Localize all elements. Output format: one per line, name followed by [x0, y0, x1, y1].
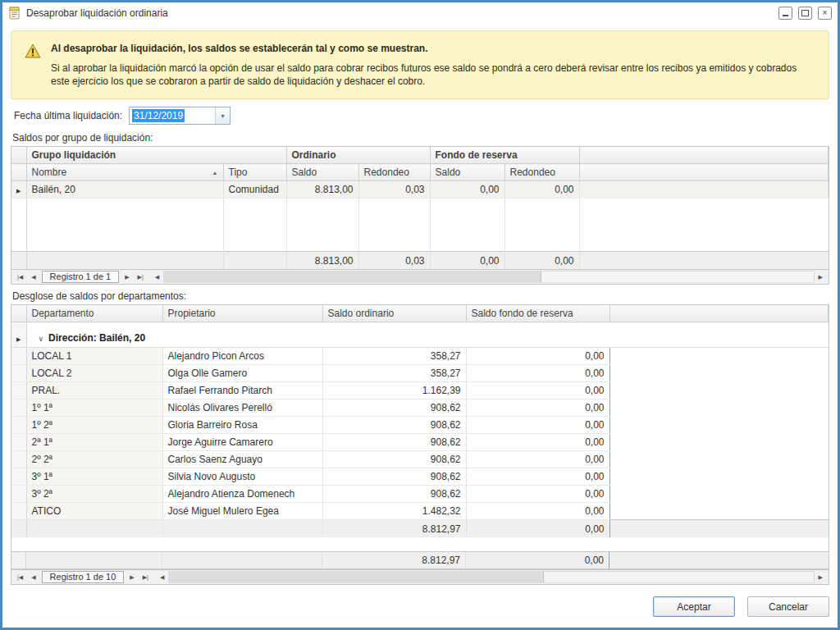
date-value[interactable]: 31/12/2019: [130, 107, 215, 124]
window-title: Desaprobar liquidación ordinaria: [26, 7, 778, 19]
table-row[interactable]: LOCAL 2 Olga Olle Gamero 358,27 0,00: [11, 365, 829, 382]
record-counter: Registro 1 de 1: [42, 271, 120, 283]
grand-total-row: 8.812,97 0,00: [11, 551, 829, 569]
warning-body: Si al aprobar la liquidación marcó la op…: [51, 62, 815, 88]
header-filler: [579, 164, 828, 181]
groups-rows: ▶ Bailén, 20 Comunidad 8.813,00 0,03 0,0…: [11, 181, 829, 199]
detail-section-label: Desglose de saldos por departamentos:: [12, 290, 828, 302]
detail-grid-pager: |◀ ◀ Registro 1 de 10 ▶ ▶| ◀ ▶: [11, 569, 829, 584]
app-icon: [8, 7, 21, 20]
band-ordinario: Ordinario: [286, 147, 430, 164]
total-redondeo-ordinario: 0,03: [358, 252, 430, 270]
group-total-saldo-fondo: 0,00: [466, 520, 609, 538]
next-record-button[interactable]: ▶: [126, 574, 138, 581]
table-row[interactable]: 1º 1ª Nicolás Olivares Perelló 908,62 0,…: [11, 399, 829, 417]
date-dropdown-button[interactable]: ▼: [215, 107, 230, 124]
table-row[interactable]: 2º 2ª Carlos Saenz Aguayo 908,62 0,00: [11, 451, 829, 468]
collapse-chevron-icon[interactable]: ∨: [39, 335, 44, 343]
close-button[interactable]: ×: [818, 7, 832, 20]
col-saldo-ordinario[interactable]: Saldo: [286, 164, 358, 181]
col-redondeo-fondo[interactable]: Redondeo: [504, 164, 579, 181]
group-summary-row: 8.812,97 0,00: [11, 520, 829, 538]
grand-total-saldo-fondo: 0,00: [466, 552, 609, 568]
title-bar[interactable]: Desaprobar liquidación ordinaria ×: [2, 2, 838, 24]
scroll-right-button[interactable]: ▶: [815, 574, 827, 581]
last-record-button[interactable]: ▶|: [139, 574, 153, 581]
scroll-left-button[interactable]: ◀: [156, 574, 168, 581]
table-row[interactable]: 2ª 1ª Jorge Aguirre Camarero 908,62 0,00: [11, 434, 829, 451]
minimize-button[interactable]: [778, 7, 792, 20]
table-row[interactable]: ▶ Bailén, 20 Comunidad 8.813,00 0,03 0,0…: [11, 181, 829, 199]
record-counter: Registro 1 de 10: [42, 571, 125, 583]
first-record-button[interactable]: |◀: [13, 274, 27, 281]
maximize-icon: [801, 10, 809, 16]
groups-summary-row: 8.813,00 0,03 0,00 0,00: [11, 252, 829, 270]
band-filler: [579, 147, 828, 164]
dialog-window: Desaprobar liquidación ordinaria × Al de…: [0, 0, 840, 630]
group-total-saldo-ordinario: 8.812,97: [322, 520, 466, 538]
grand-total-saldo-ordinario: 8.812,97: [322, 552, 466, 568]
col-redondeo-ordinario[interactable]: Redondeo: [358, 164, 430, 181]
row-indicator-icon: ▶: [16, 336, 21, 342]
maximize-button[interactable]: [798, 7, 812, 20]
horizontal-scrollbar[interactable]: ◀ ▶: [151, 271, 827, 283]
col-nombre[interactable]: Nombre▲: [26, 164, 223, 181]
scroll-left-button[interactable]: ◀: [151, 274, 163, 281]
grid-empty-space: [11, 537, 829, 551]
warning-title: Al desaprobar la liquidación, los saldos…: [51, 43, 815, 54]
table-row[interactable]: PRAL. Rafael Ferrando Pitarch 1.162,39 0…: [11, 382, 829, 399]
next-record-button[interactable]: ▶: [121, 274, 133, 281]
col-saldo-fondo-detail[interactable]: Saldo fondo de reserva: [466, 305, 609, 322]
date-label: Fecha última liquidación:: [14, 110, 122, 121]
prev-record-button[interactable]: ◀: [27, 574, 39, 581]
row-indicator-icon: ▶: [16, 188, 21, 194]
groups-grid: Grupo liquidación Ordinario Fondo de res…: [11, 146, 829, 285]
col-saldo-ordinario-detail[interactable]: Saldo ordinario: [322, 305, 466, 322]
minimize-icon: [783, 15, 788, 16]
detail-header-filler: [609, 305, 829, 322]
group-header-label: Dirección: Bailén, 20: [48, 332, 145, 344]
detail-header-corner: [11, 305, 26, 322]
col-departamento[interactable]: Departamento: [26, 305, 162, 322]
close-icon: ×: [823, 9, 828, 17]
table-row[interactable]: ATICO José Miguel Mulero Egea 1.482,32 0…: [11, 503, 829, 520]
horizontal-scrollbar[interactable]: ◀ ▶: [156, 571, 827, 583]
header-corner: [11, 164, 26, 181]
group-header-row[interactable]: ▶ ∨Dirección: Bailén, 20: [11, 329, 829, 348]
warning-icon: [25, 43, 41, 58]
warning-banner: Al desaprobar la liquidación, los saldos…: [11, 30, 829, 99]
band-fondo-reserva: Fondo de reserva: [430, 147, 579, 164]
detail-grid: Departamento Propietario Saldo ordinario…: [11, 304, 829, 585]
table-row[interactable]: LOCAL 1 Alejandro Picon Arcos 358,27 0,0…: [11, 348, 829, 365]
last-record-button[interactable]: ▶|: [134, 274, 148, 281]
groups-section-label: Saldos por grupo de liquidación:: [12, 132, 828, 144]
total-saldo-ordinario: 8.813,00: [286, 252, 358, 270]
col-tipo[interactable]: Tipo: [223, 164, 286, 181]
detail-rows: LOCAL 1 Alejandro Picon Arcos 358,27 0,0…: [11, 348, 829, 520]
prev-record-button[interactable]: ◀: [27, 274, 39, 281]
total-saldo-fondo: 0,00: [430, 252, 504, 270]
groups-grid-pager: |◀ ◀ Registro 1 de 1 ▶ ▶| ◀ ▶: [11, 269, 829, 284]
accept-button[interactable]: Aceptar: [653, 596, 735, 617]
chevron-down-icon: ▼: [220, 113, 226, 119]
table-row[interactable]: 3º 1ª Silvia Novo Augusto 908,62 0,00: [11, 468, 829, 486]
col-saldo-fondo[interactable]: Saldo: [430, 164, 504, 181]
first-record-button[interactable]: |◀: [13, 574, 27, 581]
band-corner: [11, 147, 26, 164]
table-row[interactable]: 3º 2ª Alejandro Atienza Domenech 908,62 …: [11, 486, 829, 503]
table-row[interactable]: 1º 2ª Gloria Barreiro Rosa 908,62 0,00: [11, 417, 829, 434]
scroll-right-button[interactable]: ▶: [815, 274, 827, 281]
band-grupo-liquidacion: Grupo liquidación: [26, 147, 286, 164]
cancel-button[interactable]: Cancelar: [747, 596, 829, 617]
sort-asc-icon: ▲: [212, 170, 218, 176]
total-redondeo-fondo: 0,00: [504, 252, 579, 270]
scrollbar-thumb[interactable]: [164, 272, 541, 282]
scrollbar-thumb[interactable]: [169, 572, 543, 582]
date-picker[interactable]: 31/12/2019 ▼: [129, 107, 231, 125]
col-propietario[interactable]: Propietario: [162, 305, 322, 322]
